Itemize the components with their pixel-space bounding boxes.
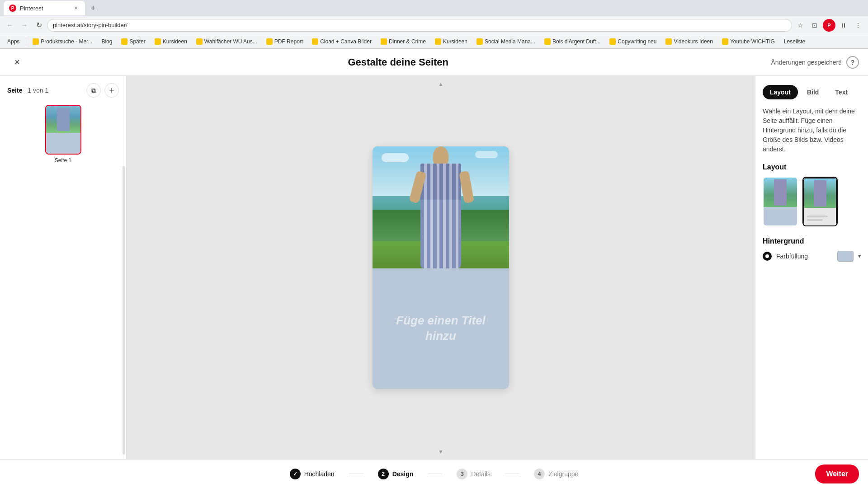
- seite-header: Seite · 1 von 1 ⧉ +: [7, 83, 119, 98]
- bookmark-bois[interactable]: Bois d'Argent Duft...: [541, 38, 604, 46]
- bookmark-copywriting[interactable]: Copywriting neu: [606, 38, 660, 46]
- dress-top: [420, 164, 461, 200]
- browser-chrome: Pinterest × + ← → ↻ pinterest.at/story-p…: [0, 0, 868, 49]
- tab-title: Pinterest: [20, 5, 69, 12]
- bookmark-sep-1: [26, 37, 26, 46]
- left-panel-scrollbar[interactable]: [123, 166, 125, 455]
- bottom-bar: ✓ Hochladen 2 Design 3 Details 4 Zielgru…: [0, 459, 868, 488]
- check-icon: ✓: [293, 471, 297, 477]
- bookmark-leseliste[interactable]: Leseliste: [780, 38, 809, 46]
- seite-count: · 1 von 1: [24, 87, 48, 94]
- duplicate-page-btn[interactable]: ⧉: [86, 83, 101, 98]
- bookmark-videokurs[interactable]: Videokurs Ideen: [662, 38, 717, 46]
- right-panel: Layout Bild Text Wähle ein Layout, mit d…: [755, 76, 868, 459]
- layout-opt-1-top: [764, 178, 797, 207]
- folder-icon: [33, 38, 39, 45]
- menu-btn[interactable]: ⋮: [852, 19, 864, 32]
- color-picker-btn[interactable]: [837, 251, 854, 262]
- page-thumb-label-1: Seite 1: [55, 157, 71, 164]
- page-thumb-img-1: [45, 105, 81, 155]
- layout-option-1[interactable]: [763, 177, 798, 226]
- step-design-label: Design: [392, 470, 414, 478]
- main-content: Seite · 1 von 1 ⧉ + Seite 1: [0, 76, 868, 459]
- bookmark-produktsuche[interactable]: Produktsuche - Mer...: [29, 38, 96, 46]
- thumb-figure: [57, 108, 70, 131]
- bookmark-youtube[interactable]: Youtube WICHTIG: [718, 38, 778, 46]
- step-design: 2 Design: [378, 469, 414, 479]
- folder-icon: [312, 38, 318, 45]
- layout-option-2-inner: [803, 178, 837, 226]
- bookmark-pdf[interactable]: PDF Report: [263, 38, 307, 46]
- bookmark-dinner[interactable]: Dinner & Crime: [377, 38, 429, 46]
- folder-icon: [381, 38, 387, 45]
- weiter-button[interactable]: Weiter: [815, 465, 859, 483]
- new-tab-btn[interactable]: +: [87, 2, 99, 14]
- tab-bar: Pinterest × +: [0, 0, 868, 16]
- thumb-image-bottom: [46, 133, 80, 155]
- folder-icon: [476, 38, 483, 45]
- folder-icon: [266, 38, 273, 45]
- step-zielgruppe: 4 Zielgruppe: [534, 469, 578, 479]
- profile-btn[interactable]: P: [823, 19, 835, 32]
- pin-text-area[interactable]: Füge einen Titel hinzu: [373, 268, 509, 389]
- bookmark-wahlfacher[interactable]: Wahlfächer WU Aus...: [193, 38, 261, 46]
- back-btn[interactable]: ←: [4, 19, 16, 32]
- bookmark-apps[interactable]: Apps: [4, 38, 23, 46]
- tab-bild[interactable]: Bild: [800, 85, 826, 99]
- layout-description: Wähle ein Layout, mit dem deine Seite au…: [763, 107, 861, 154]
- step-divider-3: [505, 474, 519, 474]
- page-thumbnails: Seite 1: [7, 105, 119, 164]
- folder-icon: [435, 38, 441, 45]
- seite-actions: ⧉ +: [86, 83, 119, 98]
- folder-icon: [609, 38, 616, 45]
- tab-text[interactable]: Text: [828, 85, 855, 99]
- bookmark-blog[interactable]: Blog: [98, 38, 116, 46]
- bookmark-social[interactable]: Social Media Mana...: [473, 38, 539, 46]
- cloud-2: [475, 151, 498, 158]
- app-container: × Gestalte deine Seiten Änderungen gespe…: [0, 49, 868, 488]
- bookmark-spater[interactable]: Später: [118, 38, 149, 46]
- step-details: 3 Details: [457, 469, 491, 479]
- refresh-btn[interactable]: ↻: [33, 19, 45, 32]
- add-page-btn[interactable]: +: [104, 83, 119, 98]
- extensions-btn[interactable]: ⊡: [808, 19, 821, 32]
- bookmark-kursideen2[interactable]: Kursideen: [431, 38, 471, 46]
- layout-section-title: Layout: [763, 163, 861, 171]
- pin-canvas: Füge einen Titel hinzu: [373, 146, 509, 389]
- layout-option-2[interactable]: [802, 177, 838, 226]
- pause-btn[interactable]: ⏸: [837, 19, 850, 32]
- layout-opt-2-line-1: [807, 216, 828, 217]
- step-details-label: Details: [471, 470, 491, 478]
- scroll-indicator-top: ▲: [438, 80, 443, 88]
- close-button[interactable]: ×: [9, 54, 25, 70]
- help-button[interactable]: ?: [846, 56, 859, 69]
- layout-opt-2-bottom: [804, 208, 836, 226]
- scroll-indicator-bottom: ▼: [438, 447, 443, 455]
- step-hochladen: ✓ Hochladen: [290, 469, 335, 479]
- page-title: Gestalte deine Seiten: [348, 56, 449, 68]
- tab-favicon: [9, 5, 16, 12]
- page-thumb-1[interactable]: Seite 1: [7, 105, 119, 164]
- forward-btn[interactable]: →: [18, 19, 31, 32]
- farbfullung-label: Farbfüllung: [776, 253, 833, 260]
- tab-layout[interactable]: Layout: [763, 85, 798, 99]
- bookmark-cload[interactable]: Cload + Canva Bilder: [308, 38, 375, 46]
- step-hochladen-label: Hochladen: [304, 470, 335, 478]
- bookmarks-bar: Apps Produktsuche - Mer... Blog Später K…: [0, 34, 868, 49]
- farbfullung-radio[interactable]: [763, 252, 772, 261]
- folder-icon: [196, 38, 203, 45]
- tab-close-btn[interactable]: ×: [72, 5, 80, 12]
- step-zielgruppe-label: Zielgruppe: [548, 470, 578, 478]
- active-tab[interactable]: Pinterest ×: [4, 1, 85, 15]
- dropdown-arrow-icon[interactable]: ▾: [858, 253, 861, 259]
- layout-opt-2-figure: [814, 180, 826, 206]
- nav-actions: ☆ ⊡ P ⏸ ⋮: [794, 19, 864, 32]
- address-bar[interactable]: pinterest.at/story-pin-builder/: [47, 19, 792, 32]
- folder-icon: [121, 38, 127, 45]
- bookmark-kursideen1[interactable]: Kursideen: [151, 38, 191, 46]
- nav-bar: ← → ↻ pinterest.at/story-pin-builder/ ☆ …: [0, 16, 868, 34]
- layout-option-1-inner: [764, 178, 797, 226]
- pin-title-placeholder: Füge einen Titel hinzu: [382, 313, 500, 344]
- bookmark-btn[interactable]: ☆: [794, 19, 807, 32]
- folder-icon: [722, 38, 728, 45]
